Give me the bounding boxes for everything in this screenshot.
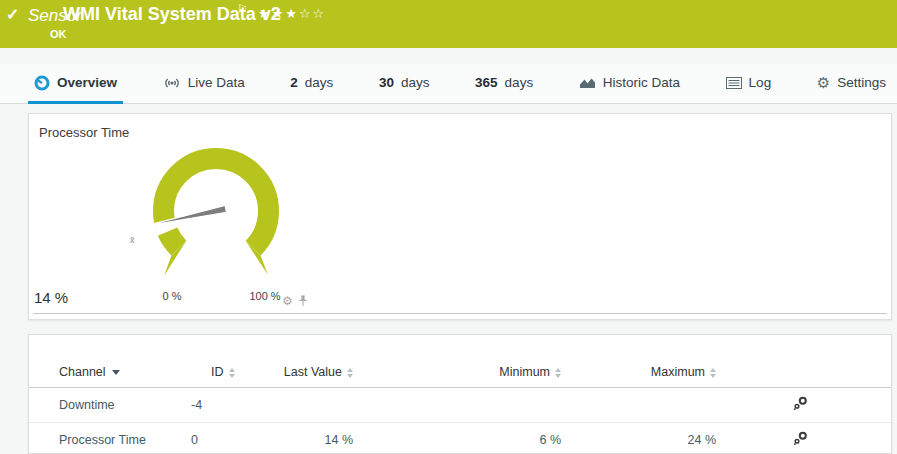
channel-maximum: [569, 388, 724, 423]
gauge-toolbar: ⚙: [282, 295, 308, 307]
sort-icon: [347, 368, 353, 378]
tab-label: Settings: [837, 75, 886, 90]
pin-icon[interactable]: [298, 295, 308, 307]
tab-log[interactable]: Log: [720, 64, 778, 104]
channel-name: Processor Time: [29, 423, 183, 454]
tab-number: 365: [475, 75, 498, 90]
favorite-flag-icon[interactable]: ⚐: [237, 2, 248, 16]
gauge-panel: Processor Time x̄ 0 % 100 % 14 % ⚙: [28, 113, 892, 320]
gauge-ring: [164, 158, 269, 248]
log-icon: [726, 77, 742, 89]
table-row-downtime[interactable]: Downtime -4: [29, 388, 891, 423]
channel-table-header-row: Channel ID Last Value Minimum Maximum: [29, 359, 891, 388]
channel-id: 0: [183, 423, 273, 454]
tab-2-days[interactable]: 2 days: [284, 64, 339, 104]
priority-stars[interactable]: ★★★☆☆: [258, 6, 326, 21]
sort-icon: [710, 368, 716, 378]
gauge-min-label: 0 %: [163, 290, 182, 302]
channel-id: -4: [183, 388, 273, 423]
sort-icon: [229, 368, 235, 378]
gauge-average-marker: x̄: [130, 235, 135, 245]
tab-number: 30: [379, 75, 394, 90]
column-header-id[interactable]: ID: [183, 359, 273, 388]
gauge-max-label: 100 %: [249, 290, 280, 302]
tab-label: Log: [749, 75, 772, 90]
tab-label: days: [401, 75, 430, 90]
gauge-settings-icon[interactable]: ⚙: [282, 295, 293, 307]
channel-maximum: 24 %: [569, 423, 724, 454]
channel-settings-icon[interactable]: [793, 431, 808, 446]
tab-overview[interactable]: Overview: [28, 64, 123, 104]
gauge-panel-separator: [33, 313, 887, 314]
settings-gear-icon: ⚙: [817, 75, 830, 90]
sort-icon: [555, 368, 561, 378]
tab-settings[interactable]: ⚙ Settings: [811, 64, 892, 104]
tab-label: days: [305, 75, 334, 90]
channel-minimum: [369, 388, 569, 423]
gauge-icon: [34, 75, 50, 91]
sort-desc-icon: [112, 370, 120, 375]
tab-30-days[interactable]: 30 days: [373, 64, 436, 104]
tab-365-days[interactable]: 365 days: [469, 64, 539, 104]
tab-bar: Overview Live Data 2 days 30 days 365 da…: [0, 64, 897, 104]
tab-label: Overview: [57, 75, 117, 90]
column-header-channel[interactable]: Channel: [29, 359, 183, 388]
tab-historic-data[interactable]: Historic Data: [573, 64, 686, 104]
tab-label: Live Data: [188, 75, 245, 90]
channel-minimum: 6 %: [369, 423, 569, 454]
tab-label: Historic Data: [603, 75, 680, 90]
table-row-processor-time[interactable]: Processor Time 0 14 % 6 % 24 %: [29, 423, 891, 454]
channel-last-value: 14 %: [273, 423, 369, 454]
tab-label: days: [505, 75, 534, 90]
column-header-last-value[interactable]: Last Value: [273, 359, 369, 388]
processor-time-gauge: x̄ 0 % 100 %: [116, 136, 326, 306]
channel-last-value: [273, 388, 369, 423]
sensor-status-header: ✓ Sensor WMI Vital System Data v2 ⚐ ★★★☆…: [0, 0, 897, 48]
gauge-current-value: 14 %: [34, 289, 68, 306]
live-data-icon: [163, 76, 181, 90]
channel-name: Downtime: [29, 388, 183, 423]
channel-table-panel: Channel ID Last Value Minimum Maximum Do…: [28, 334, 892, 454]
sensor-status-badge: OK: [50, 28, 67, 40]
column-header-minimum[interactable]: Minimum: [369, 359, 569, 388]
tab-number: 2: [290, 75, 298, 90]
column-header-maximum[interactable]: Maximum: [569, 359, 724, 388]
tab-live-data[interactable]: Live Data: [157, 64, 251, 104]
channel-settings-icon[interactable]: [793, 396, 808, 411]
ok-check-icon: ✓: [6, 5, 19, 24]
historic-data-icon: [579, 76, 596, 89]
channel-table: Channel ID Last Value Minimum Maximum Do…: [29, 359, 891, 454]
sensor-title: WMI Vital System Data v2: [63, 4, 281, 25]
